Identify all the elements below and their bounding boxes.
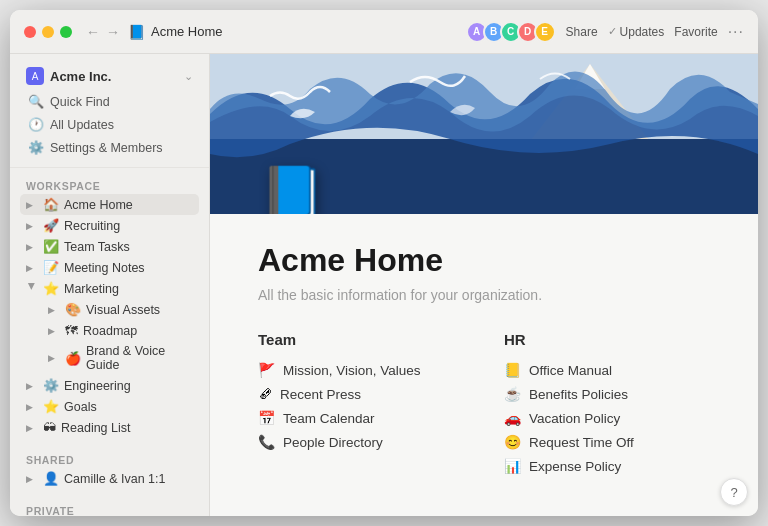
sidebar-item-label: Visual Assets [86, 303, 160, 317]
link-label: Benefits Policies [529, 387, 628, 402]
page-cover: 📘 [210, 54, 758, 214]
car-icon: 🚗 [504, 410, 521, 426]
chevron-right-icon: ▶ [48, 353, 60, 363]
link-office-manual[interactable]: 📒 Office Manual [504, 358, 710, 382]
workspace-icon: A [26, 67, 44, 85]
sidebar-item-label: Marketing [64, 282, 119, 296]
workspace-dropdown-icon: ⌄ [184, 70, 193, 83]
flag-icon: 🚩 [258, 362, 275, 378]
sidebar-item-label: Camille & Ivan 1:1 [64, 472, 165, 486]
chevron-right-icon: ▶ [26, 402, 38, 412]
gear-icon: ⚙️ [28, 140, 44, 155]
titlebar-right: A B C D E Share ✓ Updates Favorite ··· [471, 21, 744, 43]
share-button[interactable]: Share [566, 25, 598, 39]
settings-button[interactable]: ⚙️ Settings & Members [20, 136, 199, 159]
sidebar-item-recruiting[interactable]: ▶ 🚀 Recruiting [20, 215, 199, 236]
shared-section: SHARED ▶ 👤 Camille & Ivan 1:1 [10, 442, 209, 493]
link-benefits-policies[interactable]: ☕ Benefits Policies [504, 382, 710, 406]
sidebar-item-label: Brand & Voice Guide [86, 344, 193, 372]
link-label: Mission, Vision, Values [283, 363, 421, 378]
sidebar-item-reading-list[interactable]: ▶ 🕶 Reading List [20, 417, 199, 438]
chevron-down-icon: ▶ [27, 283, 37, 295]
sidebar-item-marketing[interactable]: ▶ ⭐ Marketing [20, 278, 199, 299]
favorite-button[interactable]: Favorite [674, 25, 717, 39]
titlebar: ← → 📘 Acme Home A B C D E Share ✓ Update… [10, 10, 758, 54]
help-button[interactable]: ? [720, 478, 748, 506]
private-section: PRIVATE ▶ 🚀 My Tasks ▶ 📋 Scratch Pad [10, 493, 209, 516]
sidebar-item-meeting-notes[interactable]: ▶ 📝 Meeting Notes [20, 257, 199, 278]
sidebar-item-label: Roadmap [83, 324, 137, 338]
fullscreen-button[interactable] [60, 26, 72, 38]
search-icon: 🔍 [28, 94, 44, 109]
calendar-icon: 📅 [258, 410, 275, 426]
team-column: Team 🚩 Mission, Vision, Values 🗞 Recent … [258, 331, 464, 478]
sidebar-item-visual-assets[interactable]: ▶ 🎨 Visual Assets [20, 299, 199, 320]
hr-column: HR 📒 Office Manual ☕ Benefits Policies 🚗… [504, 331, 710, 478]
link-label: Recent Press [280, 387, 361, 402]
sidebar-top: A Acme Inc. ⌄ 🔍 Quick Find 🕐 All Updates… [10, 54, 209, 168]
sidebar-item-label: Meeting Notes [64, 261, 145, 275]
cover-book-icon: 📘 [260, 163, 325, 214]
link-request-time-off[interactable]: 😊 Request Time Off [504, 430, 710, 454]
page-icon: 📘 [128, 24, 145, 40]
sidebar: A Acme Inc. ⌄ 🔍 Quick Find 🕐 All Updates… [10, 54, 210, 516]
workspace-section: WORKSPACE ▶ 🏠 Acme Home ▶ 🚀 Recruiting ▶… [10, 168, 209, 442]
link-recent-press[interactable]: 🗞 Recent Press [258, 382, 464, 406]
sidebar-item-team-tasks[interactable]: ▶ ✅ Team Tasks [20, 236, 199, 257]
sidebar-item-label: Acme Home [64, 198, 133, 212]
chart-icon: 📊 [504, 458, 521, 474]
link-mission[interactable]: 🚩 Mission, Vision, Values [258, 358, 464, 382]
workspace-name-text: Acme Inc. [50, 69, 178, 84]
collaborator-avatars: A B C D E [471, 21, 556, 43]
chevron-right-icon: ▶ [48, 326, 60, 336]
link-label: People Directory [283, 435, 383, 450]
quick-find-button[interactable]: 🔍 Quick Find [20, 90, 199, 113]
team-column-title: Team [258, 331, 464, 348]
page-subtitle: All the basic information for your organ… [258, 287, 710, 303]
page-title: Acme Home [258, 242, 710, 279]
traffic-lights [24, 26, 72, 38]
notebook-icon: 📒 [504, 362, 521, 378]
chevron-right-icon: ▶ [26, 474, 38, 484]
chevron-right-icon: ▶ [26, 200, 38, 210]
minimize-button[interactable] [42, 26, 54, 38]
nav-arrows: ← → [86, 24, 120, 40]
phone-icon: 📞 [258, 434, 275, 450]
sidebar-item-engineering[interactable]: ▶ ⚙️ Engineering [20, 375, 199, 396]
workspace-name[interactable]: A Acme Inc. ⌄ [20, 62, 199, 90]
link-label: Vacation Policy [529, 411, 620, 426]
private-section-label: PRIVATE [20, 505, 199, 516]
smile-icon: 😊 [504, 434, 521, 450]
close-button[interactable] [24, 26, 36, 38]
columns-container: Team 🚩 Mission, Vision, Values 🗞 Recent … [258, 331, 710, 478]
back-button[interactable]: ← [86, 24, 100, 40]
forward-button[interactable]: → [106, 24, 120, 40]
sidebar-item-camille-ivan[interactable]: ▶ 👤 Camille & Ivan 1:1 [20, 468, 199, 489]
link-label: Office Manual [529, 363, 612, 378]
link-vacation-policy[interactable]: 🚗 Vacation Policy [504, 406, 710, 430]
more-options-button[interactable]: ··· [728, 23, 744, 41]
link-label: Request Time Off [529, 435, 634, 450]
sidebar-item-label: Reading List [61, 421, 131, 435]
breadcrumb: 📘 Acme Home [128, 24, 471, 40]
chevron-right-icon: ▶ [26, 242, 38, 252]
chevron-right-icon: ▶ [26, 381, 38, 391]
all-updates-button[interactable]: 🕐 All Updates [20, 113, 199, 136]
link-team-calendar[interactable]: 📅 Team Calendar [258, 406, 464, 430]
link-label: Team Calendar [283, 411, 375, 426]
updates-button[interactable]: ✓ Updates [608, 25, 665, 39]
page-area: 📘 Acme Home All the basic information fo… [210, 54, 758, 516]
sidebar-item-roadmap[interactable]: ▶ 🗺 Roadmap [20, 320, 199, 341]
sidebar-item-brand-guide[interactable]: ▶ 🍎 Brand & Voice Guide [20, 341, 199, 375]
chevron-right-icon: ▶ [26, 423, 38, 433]
page-breadcrumb-title: Acme Home [151, 24, 223, 39]
main-content: A Acme Inc. ⌄ 🔍 Quick Find 🕐 All Updates… [10, 54, 758, 516]
page-body: Acme Home All the basic information for … [210, 214, 758, 516]
link-people-directory[interactable]: 📞 People Directory [258, 430, 464, 454]
sidebar-item-goals[interactable]: ▶ ⭐ Goals [20, 396, 199, 417]
sidebar-item-acme-home[interactable]: ▶ 🏠 Acme Home [20, 194, 199, 215]
link-expense-policy[interactable]: 📊 Expense Policy [504, 454, 710, 478]
hr-column-title: HR [504, 331, 710, 348]
chevron-right-icon: ▶ [26, 263, 38, 273]
sidebar-item-label: Team Tasks [64, 240, 130, 254]
